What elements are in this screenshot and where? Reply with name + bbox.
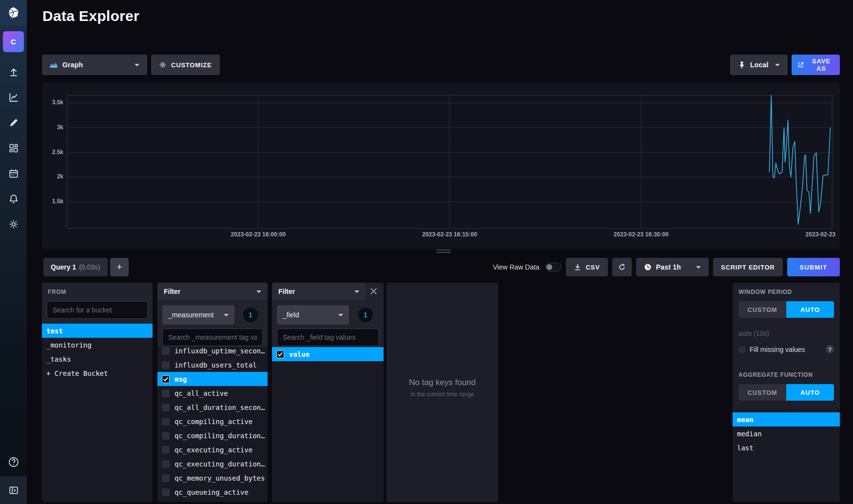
panel-resize-handle[interactable]	[436, 250, 451, 254]
window-period-toggle: CUSTOM AUTO	[738, 301, 834, 318]
measurement-item[interactable]: qc_compiling_active	[157, 414, 268, 428]
influxdb-logo-icon[interactable]	[0, 0, 27, 25]
bucket-item[interactable]: + Create Bucket	[42, 366, 153, 380]
measurement-item[interactable]: influxdb_uptime_secon…	[157, 347, 268, 358]
close-icon[interactable]	[368, 286, 379, 298]
function-item-label: mean	[737, 416, 754, 424]
measurement-item-label: qc_queueing_active	[174, 488, 249, 496]
pin-icon	[738, 61, 746, 69]
checkbox-unchecked[interactable]	[162, 474, 170, 482]
measurement-item[interactable]: qc_executing_duration…	[157, 457, 268, 471]
measurement-item-label: qc_executing_duration…	[174, 460, 265, 468]
tag-keys-panel: No tag keys found in the current time ra…	[387, 283, 498, 502]
measurement-item[interactable]: qc_memory_unused_bytes	[157, 471, 268, 485]
measurement-item[interactable]: influxdb_users_total	[157, 358, 268, 372]
bucket-item[interactable]: test	[42, 324, 153, 338]
sidebar-item-settings[interactable]	[0, 219, 27, 231]
sidebar-item-upload[interactable]	[0, 67, 27, 79]
sidebar-item-dashboards[interactable]	[0, 143, 27, 155]
local-dropdown[interactable]: Local	[730, 55, 788, 75]
submit-button[interactable]: SUBMIT	[787, 258, 840, 276]
chevron-down-icon	[696, 266, 701, 269]
measurement-item[interactable]: qc_queueing_active	[157, 485, 268, 499]
save-as-button[interactable]: SAVE AS	[792, 55, 840, 75]
checkbox-unchecked[interactable]	[162, 389, 170, 397]
help-icon[interactable]	[0, 456, 27, 468]
visualization-type-dropdown[interactable]: Graph	[42, 55, 147, 75]
measurement-item[interactable]: msg	[157, 372, 268, 386]
bucket-item-label: + Create Bucket	[46, 369, 108, 377]
measurement-item[interactable]: qc_compiling_duration…	[157, 428, 268, 443]
refresh-button[interactable]	[612, 258, 632, 276]
avatar[interactable]: C	[3, 31, 24, 52]
customize-label: CUSTOMIZE	[171, 61, 212, 69]
sidebar-item-tasks[interactable]	[0, 169, 27, 180]
query-tab[interactable]: Query 1 (0.03s)	[43, 258, 108, 276]
graph-icon	[8, 92, 19, 105]
bucket-item[interactable]: _monitoring	[42, 338, 153, 352]
sidebar: C	[0, 0, 27, 504]
measurement-item-label: qc_compiling_duration…	[174, 432, 265, 440]
chevron-down-icon	[775, 64, 780, 66]
script-editor-button[interactable]: SCRIPT EDITOR	[713, 258, 783, 276]
field-item[interactable]: value	[272, 347, 384, 361]
custom-option[interactable]: CUSTOM	[738, 301, 786, 318]
function-item[interactable]: last	[733, 441, 840, 455]
checkbox-unchecked[interactable]	[162, 347, 170, 355]
checkbox-unchecked[interactable]	[162, 432, 170, 440]
query-controls: View Raw Data CSV Past 1h SCRIPT EDITOR …	[493, 258, 840, 276]
measurement-item-label: qc_memory_unused_bytes	[174, 474, 265, 482]
x-axis-tick: 2023-02-23 16:00:00	[231, 231, 286, 238]
chart-panel[interactable]: 3.5k3k2.5k2k1.5k2023-02-23 16:00:002023-…	[42, 82, 840, 249]
measurement-search-input[interactable]	[162, 329, 263, 346]
clock-icon	[644, 263, 652, 271]
sidebar-item-alerts[interactable]	[0, 194, 27, 206]
time-range-label: Past 1h	[656, 263, 681, 271]
measurement-item-label: qc_all_active	[174, 389, 228, 397]
field-search-input[interactable]	[277, 329, 379, 346]
function-item[interactable]: median	[733, 426, 840, 441]
save-as-label: SAVE AS	[809, 58, 834, 72]
checkbox-unchecked[interactable]	[162, 488, 170, 496]
checkbox-checked[interactable]	[276, 350, 284, 358]
field-filter-panel: Filter _field 1 value	[272, 283, 384, 502]
y-axis-tick: 1.5k	[42, 198, 63, 205]
bucket-item[interactable]: _tasks	[42, 352, 153, 366]
checkbox-unchecked[interactable]	[162, 460, 170, 468]
csv-button[interactable]: CSV	[566, 258, 608, 276]
collapse-icon[interactable]	[0, 476, 27, 504]
sidebar-item-data-explorer[interactable]	[0, 93, 27, 104]
filter-label: Filter	[278, 288, 295, 295]
measurement-item-label: qc_compiling_active	[174, 418, 252, 426]
page-title: Data Explorer	[42, 8, 139, 24]
customize-button[interactable]: CUSTOMIZE	[151, 55, 220, 75]
fill-missing-checkbox[interactable]	[738, 346, 745, 353]
checkbox-unchecked[interactable]	[162, 361, 170, 369]
tag-key-dropdown[interactable]: _field	[277, 305, 349, 325]
function-item[interactable]: mean	[733, 412, 840, 426]
measurement-item[interactable]: qc_all_duration_secon…	[157, 400, 268, 414]
y-axis-tick: 3k	[42, 124, 63, 131]
custom-option[interactable]: CUSTOM	[738, 384, 786, 401]
time-range-dropdown[interactable]: Past 1h	[636, 258, 709, 276]
chevron-down-icon	[338, 314, 343, 316]
aggregate-function-header: AGGREGATE FUNCTION	[738, 371, 813, 378]
sidebar-item-notebooks[interactable]	[0, 118, 27, 130]
add-query-button[interactable]: +	[110, 258, 129, 276]
empty-state-subtitle: in the current time range	[387, 391, 498, 398]
auto-option[interactable]: AUTO	[786, 384, 834, 401]
filter-type-dropdown[interactable]: Filter	[272, 283, 366, 300]
help-badge[interactable]: ?	[826, 345, 834, 353]
field-item-label: value	[289, 350, 310, 358]
checkbox-unchecked[interactable]	[162, 418, 170, 426]
checkbox-unchecked[interactable]	[162, 404, 170, 411]
auto-option[interactable]: AUTO	[786, 301, 834, 318]
checkbox-unchecked[interactable]	[162, 446, 170, 454]
checkbox-checked[interactable]	[162, 375, 170, 383]
filter-type-dropdown[interactable]: Filter	[157, 283, 268, 300]
tag-key-dropdown[interactable]: _measurement	[162, 305, 234, 325]
measurement-item[interactable]: qc_executing_active	[157, 443, 268, 457]
measurement-item[interactable]: qc_all_active	[157, 386, 268, 400]
bucket-search-input[interactable]	[47, 301, 148, 319]
view-raw-data-toggle[interactable]	[545, 263, 562, 271]
